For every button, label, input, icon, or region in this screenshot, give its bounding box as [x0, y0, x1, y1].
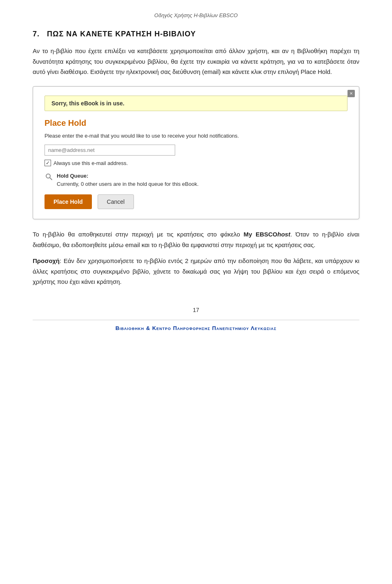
- dialog-box: × Sorry, this eBook is in use. Place Hol…: [33, 86, 359, 220]
- dialog-buttons: Place Hold Cancel: [45, 194, 347, 209]
- place-hold-button[interactable]: Place Hold: [45, 194, 92, 209]
- email-input[interactable]: [45, 145, 175, 156]
- cancel-button[interactable]: Cancel: [98, 194, 134, 209]
- dialog-description: Please enter the e-mail that you would l…: [45, 132, 347, 140]
- notice-bar: Sorry, this eBook is in use.: [45, 96, 347, 111]
- section-number: 7.: [33, 30, 40, 38]
- page-header: Οδηγός Χρήσης Η-Βιβλίων EBSCO: [33, 12, 359, 18]
- paragraph-3: Προσοχή: Εάν δεν χρησιμοποιήσετε το η-βι…: [33, 256, 359, 287]
- hold-queue-icon: [45, 172, 53, 181]
- hold-queue-label: Hold Queue:: [57, 173, 88, 179]
- section-title: 7. ΠΩΣ ΝΑ ΚΑΝΕΤΕ ΚΡΑΤΗΣΗ Η-ΒΙΒΛΙΟΥ: [33, 30, 359, 38]
- page-footer: 17 Βιβλιοθηκη & Κεντρο Πληροφορησης Πανε…: [33, 307, 359, 331]
- footer-divider: [33, 320, 359, 320]
- hold-queue-text: Hold Queue: Currently, 0 other users are…: [57, 172, 198, 188]
- paragraph-2: Το η-βιβλίο θα αποθηκευτεί στην περιοχή …: [33, 229, 359, 250]
- footer-library-name: Βιβλιοθηκη & Κεντρο Πληροφορησης Πανεπισ…: [33, 325, 359, 331]
- hold-queue-detail: Currently, 0 other users are in the hold…: [57, 181, 198, 187]
- page-number: 17: [33, 307, 359, 313]
- paragraph-1: Αν το η-βιβλίο που έχετε επιλέξει να κατ…: [33, 46, 359, 77]
- section-title-text: ΠΩΣ ΝΑ ΚΑΝΕΤΕ ΚΡΑΤΗΣΗ Η-ΒΙΒΛΙΟΥ: [47, 30, 196, 38]
- svg-line-1: [50, 178, 52, 180]
- header-title: Οδηγός Χρήσης Η-Βιβλίων EBSCO: [154, 12, 238, 18]
- always-use-email-row[interactable]: ✓ Always use this e-mail address.: [45, 160, 347, 166]
- place-hold-title: Place Hold: [45, 118, 347, 128]
- always-use-email-label: Always use this e-mail address.: [53, 160, 128, 166]
- dialog-close-button[interactable]: ×: [347, 90, 355, 97]
- hold-queue-row: Hold Queue: Currently, 0 other users are…: [45, 172, 347, 188]
- always-use-email-checkbox[interactable]: ✓: [45, 160, 51, 166]
